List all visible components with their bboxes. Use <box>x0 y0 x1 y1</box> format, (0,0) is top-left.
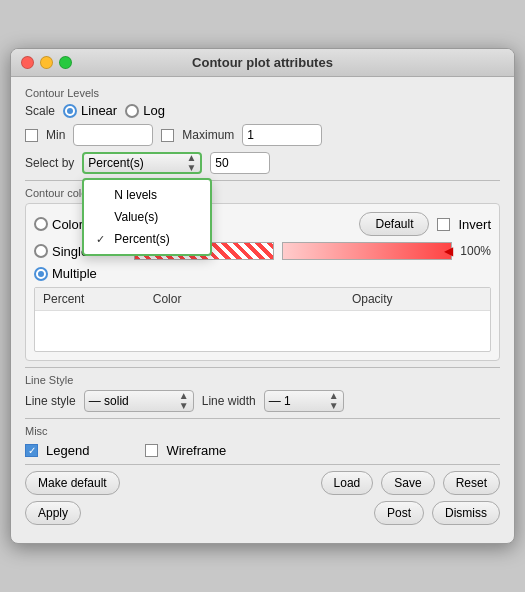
select-by-container: Percent(s) ▲ ▼ N levels Value(s) <box>82 152 202 174</box>
post-button[interactable]: Post <box>374 501 424 525</box>
save-button[interactable]: Save <box>381 471 434 495</box>
dismiss-button[interactable]: Dismiss <box>432 501 500 525</box>
dropdown-item-values[interactable]: Value(s) <box>84 206 210 228</box>
table-header: Percent Color Opacity <box>35 288 490 311</box>
traffic-lights <box>21 56 72 69</box>
line-style-label: Line Style <box>25 374 500 386</box>
line-width-dropdown[interactable]: — 1 ▲ ▼ <box>264 390 344 412</box>
dropdown-item-percents[interactable]: ✓ Percent(s) <box>84 228 210 250</box>
titlebar: Contour plot attributes <box>11 49 514 77</box>
separator-3 <box>25 418 500 419</box>
invert-checkbox[interactable] <box>437 218 450 231</box>
scale-label: Scale <box>25 104 55 118</box>
max-label: Maximum <box>182 128 234 142</box>
reset-button[interactable]: Reset <box>443 471 500 495</box>
max-input[interactable] <box>242 124 322 146</box>
color-table-radio[interactable] <box>34 217 48 231</box>
dropdown-label-values: Value(s) <box>114 210 158 224</box>
window-title: Contour plot attributes <box>192 55 333 70</box>
log-radio[interactable] <box>125 104 139 118</box>
contour-levels-label: Contour Levels <box>25 87 500 99</box>
single-radio[interactable] <box>34 244 48 258</box>
select-by-dropdown[interactable]: Percent(s) ▲ ▼ <box>82 152 202 174</box>
line-style-field-label: Line style <box>25 394 76 408</box>
close-button[interactable] <box>21 56 34 69</box>
select-by-row: Select by Percent(s) ▲ ▼ N levels <box>25 152 500 174</box>
buttons-row-1: Make default Load Save Reset <box>25 471 500 495</box>
legend-label: Legend <box>46 443 89 458</box>
line-width-arrow: ▲ ▼ <box>329 391 339 411</box>
linear-label: Linear <box>81 103 117 118</box>
content-area: Contour Levels Scale Linear Log Min Maxi… <box>11 77 514 543</box>
min-input[interactable] <box>73 124 153 146</box>
linear-radio[interactable] <box>63 104 77 118</box>
col-percent: Percent <box>43 292 153 306</box>
check-n-levels <box>96 189 108 201</box>
multiple-radio-item[interactable]: Multiple <box>34 266 97 281</box>
dropdown-arrow: ▲ ▼ <box>186 153 196 173</box>
color-table: Percent Color Opacity <box>34 287 491 352</box>
separator-4 <box>25 464 500 465</box>
line-style-arrow: ▲ ▼ <box>179 391 189 411</box>
multiple-radio[interactable] <box>34 267 48 281</box>
multiple-row: Multiple <box>34 266 491 281</box>
line-width-label: Line width <box>202 394 256 408</box>
apply-button[interactable]: Apply <box>25 501 81 525</box>
min-label: Min <box>46 128 65 142</box>
default-button[interactable]: Default <box>359 212 429 236</box>
select-by-value: Percent(s) <box>88 156 143 170</box>
maximize-button[interactable] <box>59 56 72 69</box>
log-radio-item[interactable]: Log <box>125 103 165 118</box>
misc-row: ✓ Legend Wireframe <box>25 443 500 458</box>
misc-label: Misc <box>25 425 500 437</box>
gradient-bar[interactable]: ◀ <box>282 242 452 260</box>
dropdown-popup: N levels Value(s) ✓ Percent(s) <box>82 178 212 256</box>
make-default-button[interactable]: Make default <box>25 471 120 495</box>
select-by-label: Select by <box>25 156 74 170</box>
main-window: Contour plot attributes Contour Levels S… <box>10 48 515 544</box>
percent-input[interactable] <box>210 152 270 174</box>
max-checkbox[interactable] <box>161 129 174 142</box>
log-label: Log <box>143 103 165 118</box>
scale-row: Scale Linear Log <box>25 103 500 118</box>
invert-label: Invert <box>458 217 491 232</box>
percent-100-label: 100% <box>460 244 491 258</box>
line-style-row: Line style — solid ▲ ▼ Line width — 1 ▲ … <box>25 390 500 412</box>
linear-radio-item[interactable]: Linear <box>63 103 117 118</box>
wireframe-checkbox[interactable] <box>145 444 158 457</box>
load-button[interactable]: Load <box>321 471 374 495</box>
line-style-value: — solid <box>89 394 129 408</box>
line-style-dropdown[interactable]: — solid ▲ ▼ <box>84 390 194 412</box>
dropdown-label-nlevels: N levels <box>114 188 157 202</box>
check-values <box>96 211 108 223</box>
dropdown-label-percents: Percent(s) <box>114 232 169 246</box>
wireframe-label: Wireframe <box>166 443 226 458</box>
legend-checkbox[interactable]: ✓ <box>25 444 38 457</box>
separator-2 <box>25 367 500 368</box>
multiple-label: Multiple <box>52 266 97 281</box>
gradient-arrow: ◀ <box>444 244 453 258</box>
single-radio-item[interactable]: Single <box>34 244 88 259</box>
table-body <box>35 311 490 351</box>
min-checkbox[interactable] <box>25 129 38 142</box>
dropdown-item-nlevels[interactable]: N levels <box>84 184 210 206</box>
line-width-value: — 1 <box>269 394 291 408</box>
col-opacity: Opacity <box>263 292 483 306</box>
minimize-button[interactable] <box>40 56 53 69</box>
check-percents: ✓ <box>96 233 108 246</box>
buttons-row-2: Apply Post Dismiss <box>25 501 500 525</box>
col-color: Color <box>153 292 263 306</box>
min-max-row: Min Maximum <box>25 124 500 146</box>
